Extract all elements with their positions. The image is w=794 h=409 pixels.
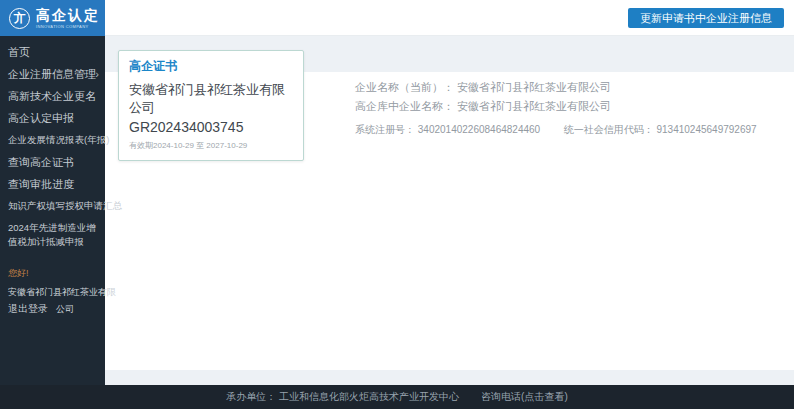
registration-line: 系统注册号： 3402014022608464824460 统一社会信用代码： … <box>355 120 757 139</box>
sidebar-item-registration-info[interactable]: › 企业注册信息管理 <box>0 63 105 85</box>
user-company-name-wrap: 公司 <box>56 303 74 316</box>
certificate-company-name: 安徽省祁门县祁红茶业有限公司 <box>119 79 303 117</box>
sidebar-item-ip-authorization[interactable]: 知识产权填写授权申请汇总 <box>0 195 105 217</box>
credit-code-value: 913410245649792697 <box>656 124 756 135</box>
top-header: 亣 高企认定 INNOVATION COMPANY 更新申请书中企业注册信息 <box>0 0 794 36</box>
current-name-label: 企业名称（当前）： <box>355 81 454 93</box>
current-name-value: 安徽省祁门县祁红茶业有限公司 <box>457 81 611 93</box>
sidebar-item-rename[interactable]: 高新技术企业更名 <box>0 85 105 107</box>
user-company-name: 安徽省祁门县祁红茶业有限 <box>8 286 105 299</box>
logout-link[interactable]: 退出登录 <box>8 302 48 316</box>
app-subtitle: INNOVATION COMPANY <box>36 25 100 29</box>
sidebar-user-block: 您好! 安徽省祁门县祁红茶业有限 退出登录 公司 <box>0 267 105 316</box>
greeting-text: 您好! <box>8 267 105 280</box>
sidebar-item-declare[interactable]: 高企认定申报 <box>0 107 105 129</box>
certificate-validity: 有效期2024-10-29 至 2027-10-29 <box>119 135 303 160</box>
current-name-line: 企业名称（当前）： 安徽省祁门县祁红茶业有限公司 <box>355 78 757 97</box>
enterprise-info: 企业名称（当前）： 安徽省祁门县祁红茶业有限公司 高企库中企业名称： 安徽省祁门… <box>355 78 757 139</box>
credit-code-label: 统一社会信用代码： <box>564 124 654 135</box>
library-name-line: 高企库中企业名称： 安徽省祁门县祁红茶业有限公司 <box>355 97 757 116</box>
app-logo: 亣 高企认定 INNOVATION COMPANY <box>0 0 105 36</box>
update-registration-button[interactable]: 更新申请书中企业注册信息 <box>628 8 784 28</box>
certificate-card-title: 高企证书 <box>119 51 303 79</box>
sidebar-menu: 首页 › 企业注册信息管理 高新技术企业更名 高企认定申报 企业发展情况报表(年… <box>0 36 105 253</box>
footer-phone-link[interactable]: 咨询电话(点击查看) <box>481 390 568 404</box>
system-reg-value: 3402014022608464824460 <box>418 124 540 135</box>
certificate-number: GR202434003745 <box>119 117 303 135</box>
library-name-value: 安徽省祁门县祁红茶业有限公司 <box>457 100 611 112</box>
system-reg-label: 系统注册号： <box>355 124 415 135</box>
footer-organizer-text: 承办单位： 工业和信息化部火炬高技术产业开发中心 <box>226 390 459 404</box>
sidebar: 首页 › 企业注册信息管理 高新技术企业更名 高企认定申报 企业发展情况报表(年… <box>0 36 105 385</box>
app-title: 高企认定 <box>36 8 100 22</box>
main-content: 高企证书 安徽省祁门县祁红茶业有限公司 GR202434003745 有效期20… <box>105 36 794 385</box>
library-name-label: 高企库中企业名称： <box>355 100 454 112</box>
logo-icon: 亣 <box>9 8 30 29</box>
sidebar-item-query-certificate[interactable]: 查询高企证书 <box>0 151 105 173</box>
sidebar-item-home[interactable]: 首页 <box>0 41 105 63</box>
sidebar-item-query-progress[interactable]: 查询审批进度 <box>0 173 105 195</box>
sidebar-item-vat-deduction[interactable]: 2024年先进制造业增值税加计抵减申报 <box>0 217 105 253</box>
sidebar-item-annual-report[interactable]: 企业发展情况报表(年报) <box>0 129 105 151</box>
page-footer: 承办单位： 工业和信息化部火炬高技术产业开发中心 咨询电话(点击查看) <box>0 385 794 409</box>
certificate-card: 高企证书 安徽省祁门县祁红茶业有限公司 GR202434003745 有效期20… <box>118 50 304 161</box>
